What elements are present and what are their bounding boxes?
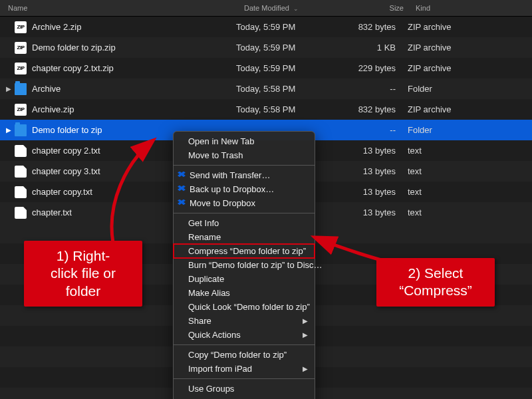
menu-item[interactable]: Rename [174,230,315,244]
submenu-arrow-icon: ▶ [303,315,308,327]
file-kind: ZIP archive [405,22,532,32]
file-name: chapter copy 2.txt [32,146,100,156]
file-size: 13 bytes [336,187,405,197]
file-name: Archive [32,84,61,94]
menu-item-label: Quick Look “Demo folder to zip” [188,301,310,313]
menu-item-label: Share [188,315,211,327]
menu-item[interactable]: Make Alias [174,286,315,300]
file-icon [15,145,27,157]
menu-item[interactable]: Quick Look “Demo folder to zip” [174,300,315,314]
menu-item-label: Import from iPad [188,363,252,374]
menu-item[interactable]: Move to Dropbox [174,196,315,210]
column-header-row: Name Date Modified⌄ Size Kind [0,0,532,17]
menu-item-label: Rename [188,231,221,243]
menu-item[interactable]: Import from iPad▶ [174,362,315,376]
menu-item-label: Duplicate [188,273,224,285]
menu-separator [174,344,315,345]
dropbox-icon [178,186,186,194]
file-row[interactable]: Archive.zipToday, 5:58 PM832 bytesZIP ar… [0,99,532,120]
file-kind: Folder [405,125,532,135]
file-size: 832 bytes [336,104,405,114]
menu-item[interactable]: Compress “Demo folder to zip” [174,244,315,258]
zip-icon [15,63,27,74]
folder-icon [15,83,27,95]
file-name: chapter.txt [32,207,72,217]
zip-icon [15,21,27,33]
menu-item-label: Back up to Dropbox… [190,184,274,195]
finder-window: Name Date Modified⌄ Size Kind Archive 2.… [0,0,532,399]
dropbox-icon [178,200,186,207]
folder-icon [15,124,27,136]
file-kind: ZIP archive [405,104,532,114]
menu-item-label: Quick Actions [188,329,241,340]
menu-item-label: Make Alias [188,287,230,299]
annotation-step-1: 1) Right-click file orfolder [24,241,142,307]
menu-item-label: Compress “Demo folder to zip” [188,245,306,257]
menu-item-label: Copy “Demo folder to zip” [188,349,287,360]
menu-item[interactable]: Copy “Demo folder to zip” [174,348,315,362]
file-date: Today, 5:59 PM [236,63,336,73]
menu-item[interactable]: Move to Trash [174,148,315,162]
menu-item[interactable]: Back up to Dropbox… [174,182,315,196]
file-icon [15,166,27,178]
disclosure-triangle-icon[interactable]: ▶ [5,85,12,92]
column-header-date[interactable]: Date Modified⌄ [244,4,344,12]
file-kind: text [405,166,532,176]
column-header-name[interactable]: Name [0,4,244,12]
file-size: 13 bytes [336,166,405,176]
file-icon [15,207,27,219]
menu-item[interactable]: Send with Transfer… [174,168,315,182]
file-name: Archive.zip [32,104,74,114]
menu-item[interactable]: Quick Actions▶ [174,328,315,342]
column-header-size[interactable]: Size [344,4,413,12]
submenu-arrow-icon: ▶ [303,329,308,340]
menu-item-label: Move to Dropbox [190,198,255,209]
file-row[interactable]: Demo folder to zip.zipToday, 5:59 PM1 KB… [0,37,532,58]
menu-separator [174,165,315,166]
file-kind: ZIP archive [405,43,532,53]
file-kind: text [405,146,532,156]
menu-item[interactable]: Share▶ [174,314,315,328]
menu-item[interactable]: Sort By▶ [174,396,315,399]
file-row[interactable]: chapter copy 2.txt.zipToday, 5:59 PM229 … [0,58,532,78]
menu-item[interactable]: Duplicate [174,272,315,286]
file-name: chapter copy.txt [32,187,92,197]
menu-item-label: Get Info [188,217,219,229]
menu-item-label: Burn “Demo folder to zip” to Disc… [188,259,323,271]
file-date: Today, 5:59 PM [236,43,336,53]
file-size: -- [336,125,405,135]
file-size: 1 KB [336,43,405,53]
menu-item[interactable]: Get Info [174,216,315,230]
menu-item[interactable]: Burn “Demo folder to zip” to Disc… [174,258,315,272]
file-row[interactable]: ▶ArchiveToday, 5:58 PM--Folder [0,78,532,99]
zip-icon [15,42,27,54]
zip-icon [15,104,27,116]
file-name: chapter copy 3.txt [32,166,100,176]
file-size: 13 bytes [336,146,405,156]
file-date: Today, 5:58 PM [236,104,336,114]
menu-item-label: Send with Transfer… [190,170,270,181]
sort-indicator-icon: ⌄ [293,5,299,12]
menu-item[interactable]: Use Groups [174,382,315,396]
annotation-step-2: 2) Select“Compress” [376,258,495,307]
file-kind: text [405,207,532,217]
file-date: Today, 5:58 PM [236,84,336,94]
submenu-arrow-icon: ▶ [303,363,308,374]
file-row[interactable]: Archive 2.zipToday, 5:59 PM832 bytesZIP … [0,17,532,37]
column-header-kind[interactable]: Kind [413,4,532,12]
dropbox-icon [178,172,186,180]
file-size: -- [336,84,405,94]
file-name: Demo folder to zip.zip [32,43,116,53]
menu-item-label: Open in New Tab [188,136,255,147]
file-size: 832 bytes [336,22,405,32]
file-size: 229 bytes [336,63,405,73]
menu-item[interactable]: Open in New Tab [174,134,315,148]
file-kind: text [405,187,532,197]
file-kind: ZIP archive [405,63,532,73]
file-name: Demo folder to zip [32,125,102,135]
file-date: Today, 5:59 PM [236,22,336,32]
disclosure-triangle-icon[interactable]: ▶ [5,126,12,134]
menu-item-label: Move to Trash [188,150,243,161]
file-icon [15,186,27,198]
file-kind: Folder [405,84,532,94]
